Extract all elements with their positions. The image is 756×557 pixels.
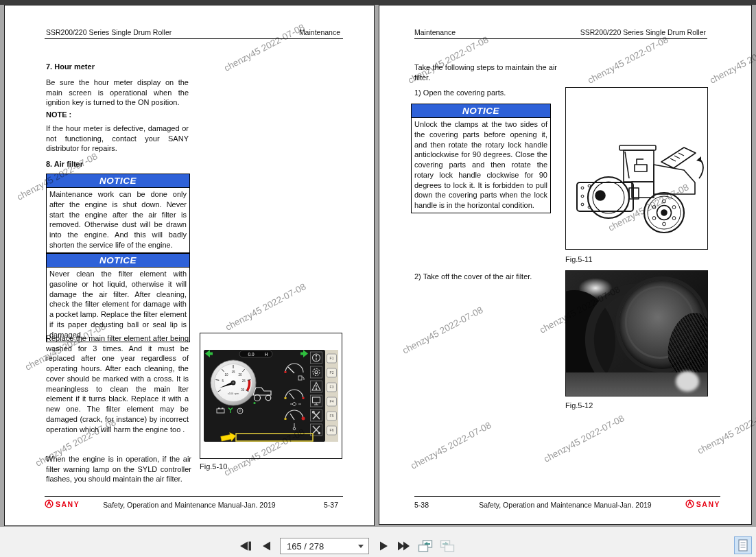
notice-3-body: Unlock the clamps at the two sides of th… <box>412 118 550 213</box>
viewer-toolbar: 165 / 278 <box>0 527 756 557</box>
footer-rule <box>414 496 720 497</box>
previous-page-button[interactable] <box>259 539 274 553</box>
next-page-button[interactable] <box>376 539 391 553</box>
paragraph-syld-warning: When the engine is in operation, if the … <box>46 454 191 484</box>
svg-text:F6: F6 <box>330 428 334 432</box>
svg-text:F3: F3 <box>330 385 334 389</box>
sany-wordmark: SANY <box>696 500 720 508</box>
figure-5-10-dashboard: F1 F2 F3 F4 F5 F6 0.0 H <box>200 333 342 459</box>
notice-box-1: NOTICE Maintenance work can be done only… <box>46 174 190 253</box>
svg-text:30: 30 <box>241 388 245 392</box>
figure-5-11-roller-drawing <box>565 87 708 250</box>
dashboard-display-graphic: F1 F2 F3 F4 F5 F6 0.0 H <box>200 333 342 458</box>
tachometer-gauge: 5 10 15 20 25 30 x100 rpm <box>211 360 256 405</box>
roller-open-hood-graphic <box>566 88 707 249</box>
chevron-down-icon[interactable] <box>358 545 364 548</box>
figure-5-12-caption: Fig.5-12 <box>565 401 593 410</box>
notice-1-body: Maintenance work can be done only after … <box>47 188 189 252</box>
svg-text:F2: F2 <box>330 370 334 375</box>
figure-5-10-caption: Fig.5-10 <box>200 462 227 471</box>
svg-text:10: 10 <box>224 373 228 377</box>
step-2-text: 2) Take off the cover of the air filter. <box>414 272 560 282</box>
last-page-button[interactable] <box>395 539 413 553</box>
first-page-button[interactable] <box>237 539 255 553</box>
sany-logo: SANY <box>685 499 720 508</box>
svg-text:F4: F4 <box>330 399 334 403</box>
document-page-right: Maintenance SSR200/220 Series Single Dru… <box>379 5 752 525</box>
header-rule <box>414 38 707 39</box>
notice-1-header: NOTICE <box>47 174 189 188</box>
figure-5-11-caption: Fig.5-11 <box>565 255 593 263</box>
notice-3-header: NOTICE <box>412 104 550 118</box>
figure-5-12-photo <box>565 270 708 396</box>
footer-title: Safety, Operation and Maintenance Manual… <box>5 501 374 509</box>
svg-text:15: 15 <box>231 370 235 374</box>
page-indicator-value: 165 / 278 <box>287 541 324 552</box>
page-header-left: SSR200/220 Series Single Drum Roller <box>46 28 172 36</box>
sidebar-document-toggle-button[interactable] <box>734 536 752 554</box>
note-body: If the hour meter is defective, damaged … <box>46 123 189 154</box>
document-icon <box>737 539 748 552</box>
notice-2-header: NOTICE <box>47 254 189 268</box>
svg-text:F1: F1 <box>330 356 334 360</box>
hour-meter-display: 0.0 H <box>239 351 272 357</box>
svg-text:25: 25 <box>242 379 246 383</box>
window-top-edge <box>0 0 756 5</box>
svg-text:F5: F5 <box>330 414 334 418</box>
air-filter-photo <box>566 271 707 396</box>
section-8-title: 8. Air filter <box>46 160 83 168</box>
step-1-text: 1) Open the covering parts. <box>414 88 558 98</box>
footer-page-number: 5-37 <box>324 501 338 509</box>
section-7-title: 7. Hour meter <box>46 62 95 71</box>
notice-2-body: Never clean the filter element with gaso… <box>47 268 189 342</box>
svg-text:0.0: 0.0 <box>248 352 254 357</box>
next-view-button[interactable] <box>439 538 456 554</box>
intro-paragraph: Take the following steps to maintain the… <box>414 62 557 82</box>
page-header-right: Maintenance <box>299 28 340 36</box>
pdf-viewer-window: SSR200/220 Series Single Drum Roller Mai… <box>0 0 756 557</box>
paragraph-replace-filter: Replace the main filter element after be… <box>46 333 189 434</box>
svg-text:20: 20 <box>238 373 242 377</box>
document-page-left: SSR200/220 Series Single Drum Roller Mai… <box>4 5 375 526</box>
svg-text:H: H <box>265 352 268 357</box>
status-dot-green <box>253 402 255 404</box>
section-7-body: Be sure the hour meter display on the ma… <box>46 78 189 108</box>
notice-box-2: NOTICE Never clean the filter element wi… <box>46 253 190 342</box>
footer-rule <box>45 496 343 497</box>
page-header-right: SSR200/220 Series Single Drum Roller <box>580 28 706 36</box>
svg-text:x100 rpm: x100 rpm <box>228 392 239 395</box>
page-number-combobox[interactable]: 165 / 278 <box>280 538 369 554</box>
page-header-left: Maintenance <box>414 28 456 36</box>
notice-box-3: NOTICE Unlock the clamps at the two side… <box>411 104 551 213</box>
sany-mark-icon <box>685 499 694 508</box>
svg-text:P: P <box>239 410 241 413</box>
note-label: NOTE : <box>46 110 71 119</box>
previous-view-button[interactable] <box>417 538 434 554</box>
header-rule <box>45 38 343 39</box>
